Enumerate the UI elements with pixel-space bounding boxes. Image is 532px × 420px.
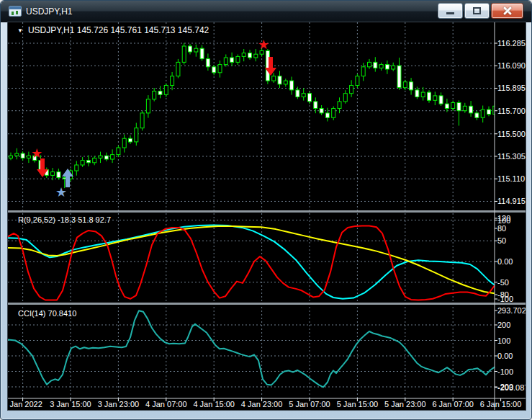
candle-body (320, 109, 323, 113)
candle-body (338, 102, 341, 109)
indicator-axis-label: 80 (497, 224, 506, 233)
candle-body (415, 90, 419, 97)
candle-body (164, 86, 168, 95)
candle-body (332, 109, 335, 118)
indicator-axis-label: 0.00 (497, 257, 513, 266)
candle-body (146, 99, 150, 113)
indicator-axis-label: 293.7023 (497, 306, 526, 315)
candle-body (469, 106, 473, 113)
panel-splitter[interactable] (8, 210, 526, 213)
candle-body (325, 113, 329, 117)
time-axis-label: 6 Jan 07:00 (432, 400, 474, 408)
candle-body (75, 165, 78, 171)
panel-splitter[interactable] (8, 303, 526, 305)
indicator-axis-label: 100 (497, 336, 510, 345)
time-axis-label: 5 Jan 15:00 (337, 400, 379, 408)
indicator-axis-label: 50 (497, 236, 506, 245)
candle-body (189, 46, 192, 52)
chart-client-area: 116.285116.090115.895115.700115.500115.3… (8, 22, 526, 410)
candle-body (481, 110, 484, 117)
price-axis-label: 115.700 (497, 107, 526, 115)
maximize-button[interactable] (464, 3, 490, 19)
candle-body (224, 58, 227, 65)
candle-body (457, 103, 461, 111)
candle-body (368, 62, 371, 66)
candle-body (21, 153, 24, 158)
time-axis-label: 5 Jan 07:00 (289, 400, 330, 408)
mt4-chart-window: USDJPY,H1 116.285116.090115.895115.70011… (0, 0, 532, 420)
symbol-ohlc-text: USDJPY,H1 145.726 145.761 145.713 145.74… (28, 25, 209, 35)
time-axis-label: 3 Jan 2022 (8, 400, 42, 408)
time-axis-label: 4 Jan 15:00 (193, 400, 235, 408)
price-axis-label: 115.500 (497, 130, 526, 138)
chart-window-icon (9, 6, 22, 17)
candle-body (284, 81, 287, 84)
candle-body (410, 82, 413, 90)
candle-body (93, 158, 96, 162)
minimize-icon (446, 12, 454, 14)
candle-body (158, 91, 162, 95)
candle-body (302, 94, 305, 97)
minimize-button[interactable] (438, 3, 463, 19)
window-controls (438, 3, 523, 19)
candle-body (176, 62, 180, 76)
candle-body (487, 110, 491, 114)
candle-body (385, 65, 389, 69)
chevron-down-icon[interactable]: ▼ (17, 27, 23, 34)
candle-body (451, 103, 455, 109)
price-axis-label: 116.090 (497, 61, 526, 70)
price-axis-label: 115.305 (497, 152, 526, 161)
candle-body (314, 102, 317, 109)
candle-body (194, 48, 198, 52)
candle-body (242, 53, 245, 57)
candle-body (129, 138, 132, 142)
candle-body (212, 67, 216, 73)
candle-body (248, 53, 252, 58)
candle-body (86, 161, 90, 163)
price-axis-label: 116.285 (497, 39, 526, 48)
candle-body (9, 156, 13, 158)
indicator-axis-label: -100 (497, 367, 513, 376)
indicator-axis-label: -100 (497, 295, 513, 303)
candle-body (272, 76, 276, 81)
price-axis-label: 115.110 (497, 174, 525, 183)
candle-body (374, 62, 377, 68)
blue-star-icon: ★ (55, 185, 67, 200)
candle-body (200, 48, 204, 58)
indicator1-label: R(9,26,52) -18.3 51.8 92.7 (18, 215, 111, 224)
candle-body (230, 58, 234, 62)
candle-body (439, 96, 443, 104)
indicator-axis-label: 0.00 (497, 352, 513, 360)
candle-body (206, 59, 209, 67)
candle-body (182, 46, 186, 62)
window-titlebar: USDJPY,H1 (1, 1, 531, 22)
candle-body (122, 138, 126, 148)
candle-body (171, 76, 174, 86)
price-axis-label: 115.895 (497, 84, 526, 92)
indicator-axis-label: -203.0871 (497, 383, 526, 392)
close-button[interactable] (491, 3, 523, 19)
candle-body (350, 86, 353, 94)
candle-body (379, 65, 383, 68)
candle-body (111, 155, 114, 159)
candle-body (135, 128, 138, 142)
candle-body (15, 153, 19, 156)
chart-ohlc-header: ▼USDJPY,H1 145.726 145.761 145.713 145.7… (17, 25, 209, 35)
candle-body (356, 76, 359, 86)
candle-body (463, 106, 466, 110)
candle-body (57, 172, 60, 178)
time-axis-label: 4 Jan 07:00 (145, 400, 187, 408)
candle-body (236, 56, 240, 62)
candle-body (445, 104, 448, 108)
candle-body (290, 81, 294, 90)
time-axis-label: 5 Jan 23:00 (384, 400, 426, 408)
candle-body (397, 66, 401, 87)
candle-body (140, 113, 144, 128)
candle-body (153, 91, 156, 99)
candle-body (99, 156, 102, 158)
candle-body (361, 67, 365, 76)
candle-body (343, 94, 347, 102)
indicator-axis-label: 100 (497, 216, 510, 225)
time-axis-label: 4 Jan 23:00 (241, 400, 283, 408)
candle-body (428, 92, 431, 100)
